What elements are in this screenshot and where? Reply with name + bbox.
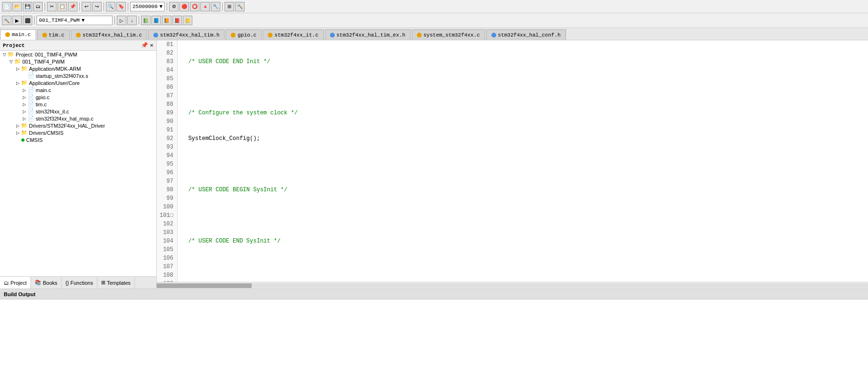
gpio-c-icon: 📄	[28, 94, 34, 100]
project-name: 001_TIMF4_PWM	[39, 18, 80, 23]
settings-button[interactable]: 🔨	[235, 2, 245, 11]
tree-toggle-root[interactable]: ▽	[1, 52, 8, 57]
tree-toggle-drivers-cmsis[interactable]: ▷	[14, 131, 21, 135]
sidebar-pin-icon[interactable]: 📌	[141, 42, 148, 49]
sep3	[104, 2, 104, 11]
bookmark-button[interactable]: 🔖	[116, 2, 126, 11]
tree-toggle-tim-c[interactable]: ▷	[21, 102, 28, 107]
tree-item-hal-msp-c[interactable]: ▷ 📄 stm32f32f4xx_hal_msp.c	[0, 115, 156, 122]
extra-btn1[interactable]: 📗	[141, 16, 151, 25]
tab-icon-gpio-c	[231, 33, 236, 37]
scrollbar-track[interactable]	[157, 283, 868, 288]
tree-toggle-app-mdk[interactable]: ▷	[14, 66, 21, 71]
counter-dropdown[interactable]: 25000000 ▼	[130, 2, 165, 11]
tree-toggle-app-user[interactable]: ▷	[14, 81, 21, 85]
sidebar-tab-project[interactable]: 🗂 Project	[0, 277, 31, 289]
build-btn3[interactable]: ⬛	[23, 16, 32, 25]
tab-stm32-hal-tim-c[interactable]: stm32f4xx_hal_tim.c	[71, 29, 147, 40]
code-lines[interactable]: /* USER CODE END Init */ /* Configure th…	[178, 40, 868, 282]
sep2	[79, 2, 80, 11]
debug-button5[interactable]: 🔧	[211, 2, 220, 11]
tree-toggle-it-c[interactable]: ▷	[21, 109, 28, 114]
tab-main-c[interactable]: main.c	[0, 29, 36, 40]
tree-item-startup[interactable]: 📄 startup_stm32f407xx.s	[0, 72, 156, 79]
tab-label-tim-c: tim.c	[49, 32, 65, 38]
sidebar-header: Project 📌 ✕	[0, 40, 156, 51]
tree-item-gpio-c[interactable]: ▷ 📄 gpio.c	[0, 93, 156, 101]
tree-item-root[interactable]: ▽ 📁 Project: 001_TIMF4_PWM	[0, 51, 156, 58]
extra-btn2[interactable]: 📘	[151, 16, 161, 25]
sidebar-tab-functions[interactable]: {} Functions	[62, 277, 97, 289]
main-c-icon: 📄	[28, 87, 34, 93]
tab-tim-c[interactable]: tim.c	[37, 29, 70, 40]
tree-item-cmsis[interactable]: ◆ CMSIS	[0, 136, 156, 143]
cut-button[interactable]: ✂	[47, 2, 57, 11]
debug-button3[interactable]: ⭕	[190, 2, 199, 11]
extra-btn5[interactable]: 📒	[183, 16, 192, 25]
paste-button[interactable]: 📌	[68, 2, 77, 11]
sep5	[167, 2, 167, 11]
tree-label-app-mdk: Application/MDK-ARM	[29, 66, 81, 72]
tree-item-drivers-cmsis[interactable]: ▷ 📁 Drivers/CMSIS	[0, 129, 156, 136]
tree-label-hal-msp-c: stm32f32f4xx_hal_msp.c	[36, 116, 94, 121]
debug-button1[interactable]: ⚙	[169, 2, 179, 11]
extra-btn4[interactable]: 📕	[172, 16, 182, 25]
tab-label-it-c: stm32f4xx_it.c	[274, 32, 318, 38]
redo-button[interactable]: ↪	[92, 2, 102, 11]
hal-msp-c-icon: 📄	[28, 115, 34, 121]
sidebar-tab-templates[interactable]: ⊞ Templates	[97, 277, 135, 289]
tab-system-c[interactable]: system_stm32f4xx.c	[412, 29, 485, 40]
tree-item-tim-c[interactable]: ▷ 📄 tim.c	[0, 101, 156, 108]
sidebar-close-icon[interactable]: ✕	[150, 42, 153, 49]
tab-bar: main.c tim.c stm32f4xx_hal_tim.c stm32f4…	[0, 28, 868, 40]
tree-toggle-proj[interactable]: ▽	[8, 59, 14, 64]
tree-item-proj[interactable]: ▽ 📁 001_TIMF4_PWM	[0, 58, 156, 65]
sidebar-tab-books[interactable]: 📚 Books	[31, 277, 62, 289]
debug-button2[interactable]: 🔴	[179, 2, 189, 11]
undo-button[interactable]: ↩	[82, 2, 91, 11]
tab-gpio-c[interactable]: gpio.c	[226, 29, 262, 40]
horizontal-scrollbar[interactable]	[157, 282, 868, 289]
layout-button[interactable]: ⊞	[225, 2, 234, 11]
tree-toggle-gpio-c[interactable]: ▷	[21, 95, 28, 100]
tree-label-cmsis: CMSIS	[26, 137, 43, 143]
project-root-icon: 📁	[8, 51, 14, 57]
sidebar: Project 📌 ✕ ▽ 📁 Project: 001_TIMF4_PWM ▽…	[0, 40, 157, 289]
sidebar-tree: ▽ 📁 Project: 001_TIMF4_PWM ▽ 📁 001_TIMF4…	[0, 51, 156, 276]
project-dropdown[interactable]: 001_TIMF4_PWM ▼	[37, 16, 113, 25]
build-btn1[interactable]: 🔨	[2, 16, 11, 25]
tree-toggle-drivers-stm32[interactable]: ▷	[14, 123, 21, 128]
sidebar-tab-functions-label: Functions	[70, 280, 93, 286]
find-button[interactable]: 🔍	[106, 2, 115, 11]
content-area: Project 📌 ✕ ▽ 📁 Project: 001_TIMF4_PWM ▽…	[0, 40, 868, 289]
debug-start-button[interactable]: ▷	[117, 16, 126, 25]
sidebar-tab-project-label: Project	[10, 280, 27, 286]
tree-item-it-c[interactable]: ▷ 📄 stm32f4xx_it.c	[0, 108, 156, 115]
tree-toggle-hal-msp-c[interactable]: ▷	[21, 116, 28, 121]
new-button[interactable]: 📄	[2, 2, 11, 11]
tree-item-drivers-stm32[interactable]: ▷ 📁 Drivers/STM32F4xx_HAL_Driver	[0, 122, 156, 129]
counter-dropdown-arrow: ▼	[160, 4, 163, 9]
tree-label-drivers-cmsis: Drivers/CMSIS	[29, 130, 64, 136]
tab-conf-h[interactable]: stm32f4xx_hal_conf.h	[486, 29, 566, 40]
tab-icon-tim-c	[42, 33, 47, 37]
copy-button[interactable]: 📋	[57, 2, 67, 11]
tab-stm32-hal-tim-h[interactable]: stm32f4xx_hal_tim.h	[148, 29, 225, 40]
debug-button4[interactable]: 🔺	[200, 2, 210, 11]
build-btn2[interactable]: ▶	[12, 16, 22, 25]
save-all-button[interactable]: 🗂	[33, 2, 43, 11]
extra-btn3[interactable]: 📙	[162, 16, 171, 25]
cmsis-diamond-icon: ◆	[21, 137, 25, 143]
drivers-cmsis-icon: 📁	[21, 130, 28, 136]
tab-tim-ex-h[interactable]: stm32f4xx_hal_tim_ex.h	[325, 29, 411, 40]
tree-item-app-mdk[interactable]: ▷ 📁 Application/MDK-ARM	[0, 65, 156, 72]
tree-item-app-user[interactable]: ▷ 📁 Application/User/Core	[0, 79, 156, 86]
code-content[interactable]: 81 82 83 84 85 86 87 88 89 90 91 92 93 9…	[157, 40, 868, 282]
open-button[interactable]: 📂	[12, 2, 22, 11]
save-button[interactable]: 💾	[23, 2, 32, 11]
tree-toggle-main-c[interactable]: ▷	[21, 88, 28, 93]
scrollbar-thumb[interactable]	[157, 283, 252, 288]
tab-it-c[interactable]: stm32f4xx_it.c	[263, 29, 323, 40]
debug-step-button[interactable]: ↓	[127, 16, 137, 25]
tree-item-main-c[interactable]: ▷ 📄 main.c	[0, 86, 156, 93]
